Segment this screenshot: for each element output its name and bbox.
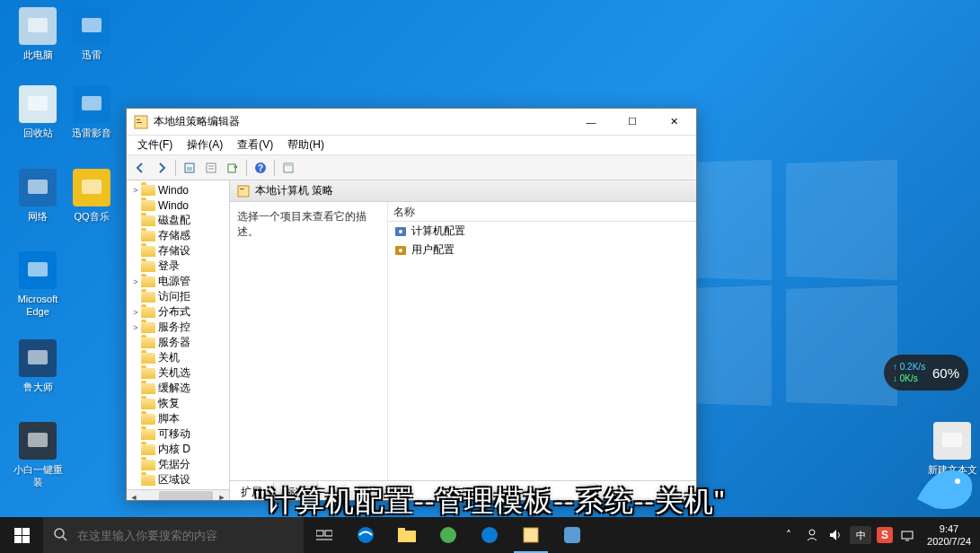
tray-volume-icon[interactable]: [826, 526, 844, 544]
tree-item[interactable]: 登录: [127, 259, 229, 274]
scroll-left-icon[interactable]: ◄: [127, 490, 141, 501]
start-button[interactable]: [0, 517, 43, 553]
tree-item[interactable]: 访问拒: [127, 289, 229, 304]
folder-icon: [141, 414, 155, 425]
tray-network-icon[interactable]: [898, 526, 916, 544]
desktop-icon-xunlei-video[interactable]: 迅雷影音: [65, 85, 119, 139]
tree-item[interactable]: 关机选: [127, 365, 229, 381]
list-pane[interactable]: 名称 计算机配置用户配置: [387, 202, 696, 480]
folder-icon: [141, 200, 155, 211]
svg-rect-0: [28, 18, 48, 32]
folder-icon: [141, 231, 155, 241]
task-view-button[interactable]: [304, 517, 345, 553]
menu-item[interactable]: 文件(F): [130, 136, 180, 154]
tree-scrollbar[interactable]: ◄ ►: [127, 489, 229, 500]
tree-item[interactable]: 可移动: [127, 426, 229, 442]
forward-button[interactable]: [152, 158, 172, 178]
search-box[interactable]: [43, 517, 304, 553]
content-header: 本地计算机 策略: [230, 180, 696, 202]
taskbar-gpedit[interactable]: [510, 517, 552, 553]
list-item[interactable]: 用户配置: [388, 241, 696, 259]
column-header-name[interactable]: 名称: [388, 202, 696, 222]
tree-item[interactable]: >分布式: [127, 304, 229, 320]
search-input[interactable]: [77, 529, 293, 542]
tree-item[interactable]: 区域设: [127, 472, 229, 487]
svg-point-43: [481, 527, 498, 543]
up-button[interactable]: [180, 158, 199, 178]
menu-item[interactable]: 操作(A): [180, 136, 230, 154]
desktop-icon-edge[interactable]: Microsoft Edge: [11, 251, 65, 319]
svg-rect-1: [82, 18, 102, 32]
taskbar-edge[interactable]: [345, 517, 386, 553]
tree-item[interactable]: 缓解选: [127, 381, 229, 396]
desktop-icon-xiaobai[interactable]: 小白一键重装: [11, 422, 65, 489]
filter-button[interactable]: [278, 158, 298, 178]
desktop-icon-new-text[interactable]: 新建文本文档: [925, 422, 979, 489]
tree-item[interactable]: 服务器: [127, 335, 229, 350]
tab-标准[interactable]: 标准: [274, 481, 318, 500]
clock-time: 9:47: [927, 522, 971, 535]
svg-rect-45: [564, 527, 580, 543]
close-button[interactable]: ✕: [653, 110, 694, 135]
tree-item[interactable]: >电源管: [127, 274, 229, 289]
tray-people-icon[interactable]: [803, 526, 821, 544]
tree-item[interactable]: >Windo: [127, 182, 229, 198]
svg-rect-40: [398, 531, 416, 542]
taskbar-app2[interactable]: [552, 517, 593, 553]
content-header-title: 本地计算机 策略: [255, 183, 333, 198]
tree-item[interactable]: 内核 D: [127, 442, 229, 457]
tray-sogou-icon[interactable]: S: [877, 527, 893, 543]
tree-item[interactable]: >服务控: [127, 320, 229, 335]
svg-rect-12: [137, 122, 142, 123]
desktop-icon-recycle-bin[interactable]: 回收站: [11, 85, 65, 139]
back-button[interactable]: [130, 158, 150, 178]
desktop-icon-this-pc[interactable]: 此电脑: [11, 7, 65, 61]
svg-rect-18: [228, 164, 235, 172]
folder-icon: [141, 185, 155, 196]
svg-rect-5: [82, 180, 102, 194]
description-text: 选择一个项目来查看它的描述。: [237, 210, 366, 238]
clock-date: 2020/7/24: [927, 535, 971, 548]
folder-icon: [141, 444, 155, 455]
tab-扩展[interactable]: 扩展: [230, 481, 274, 500]
list-item[interactable]: 计算机配置: [388, 222, 696, 241]
desktop-icon-xunlei[interactable]: 迅雷: [65, 7, 119, 61]
maximize-button[interactable]: ☐: [612, 110, 653, 135]
tree-item[interactable]: 恢复: [127, 396, 229, 411]
scroll-right-icon[interactable]: ►: [215, 490, 229, 501]
svg-text:?: ?: [258, 163, 263, 173]
menu-item[interactable]: 帮助(H): [280, 136, 331, 154]
svg-point-46: [809, 530, 815, 535]
tree-item[interactable]: 凭据分: [127, 457, 229, 472]
desktop-icon-qq-music[interactable]: QQ音乐: [65, 169, 119, 223]
tree-item[interactable]: 存储感: [127, 228, 229, 243]
taskbar-app1[interactable]: [469, 517, 510, 553]
tree-item[interactable]: Windo: [127, 198, 229, 213]
folder-icon: [141, 338, 155, 348]
folder-icon: [141, 475, 155, 486]
tray-ime-icon[interactable]: 中: [850, 526, 871, 544]
desktop-icon-network[interactable]: 网络: [11, 169, 65, 223]
export-button[interactable]: [223, 158, 243, 178]
tree-item[interactable]: 存储设: [127, 243, 229, 259]
netspeed-widget[interactable]: ↑ 0.2K/s ↓ 0K/s 60%: [884, 355, 968, 391]
tree-item[interactable]: 磁盘配: [127, 213, 229, 228]
policy-icon: [237, 185, 250, 198]
svg-point-28: [399, 249, 402, 252]
tray-expand-icon[interactable]: ˄: [780, 526, 798, 544]
tree-item[interactable]: 关机: [127, 350, 229, 365]
menu-item[interactable]: 查看(V): [230, 136, 280, 154]
tree-pane[interactable]: >WindoWindo磁盘配存储感存储设登录>电源管访问拒>分布式>服务控服务器…: [127, 180, 230, 500]
properties-button[interactable]: [201, 158, 221, 178]
toolbar: ?: [127, 155, 696, 180]
svg-point-34: [55, 529, 64, 538]
minimize-button[interactable]: —: [570, 110, 612, 135]
folder-icon: [141, 215, 155, 226]
taskbar-explorer[interactable]: [386, 517, 428, 553]
taskbar-clock[interactable]: 9:47 2020/7/24: [922, 522, 976, 549]
help-button[interactable]: ?: [251, 158, 270, 178]
taskbar-browser[interactable]: [428, 517, 469, 553]
window-titlebar[interactable]: 本地组策略编辑器 — ☐ ✕: [127, 109, 696, 136]
desktop-icon-ludashi[interactable]: 鲁大师: [11, 339, 65, 393]
tree-item[interactable]: 脚本: [127, 411, 229, 426]
